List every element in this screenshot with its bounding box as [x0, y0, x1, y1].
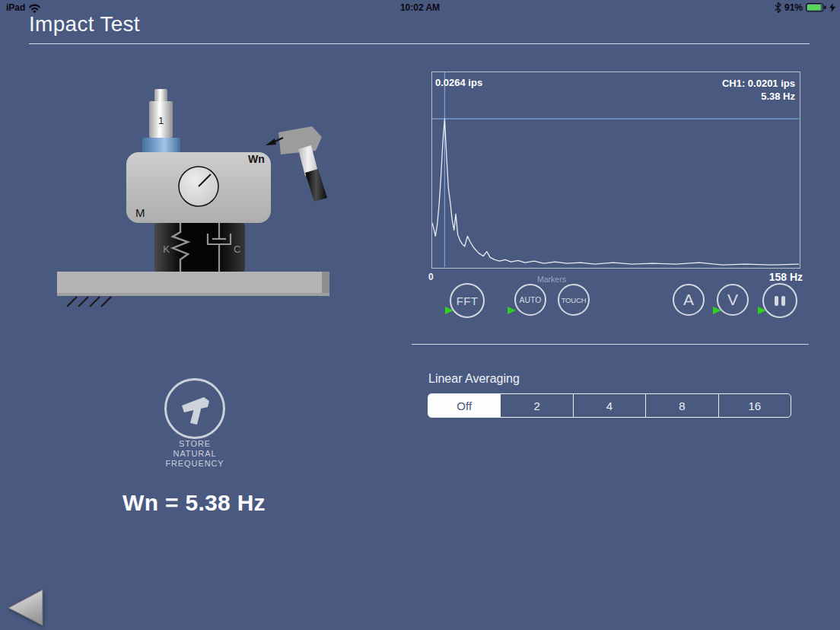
acceleration-button-label: A	[683, 291, 694, 309]
store-label-line1: STORE	[126, 439, 263, 449]
pause-button[interactable]	[762, 283, 797, 318]
spring-label: K	[163, 243, 170, 255]
segment-option-4[interactable]: 4	[574, 394, 646, 417]
section-divider	[412, 344, 809, 345]
markers-group-label: Markers	[525, 275, 578, 284]
marker-frequency-label: 5.38 Hz	[722, 90, 795, 103]
segment-option-8[interactable]: 8	[646, 394, 718, 417]
velocity-units-button[interactable]: V	[717, 284, 749, 316]
machine-illustration: K C 1 M Wn	[46, 72, 350, 316]
natural-frequency-label: Wn	[248, 153, 265, 165]
title-underline	[29, 43, 810, 44]
store-label-line2: NATURAL	[126, 449, 263, 459]
marker-readout: CH1: 0.0201 ips 5.38 Hz	[722, 77, 795, 103]
page-title: Impact Test	[29, 12, 140, 37]
fft-active-indicator-icon	[445, 307, 453, 314]
touch-markers-button[interactable]: TOUCH	[558, 284, 590, 316]
ground-hatching	[67, 297, 111, 307]
store-natural-frequency-button[interactable]	[164, 378, 225, 439]
store-label-line3: FREQUENCY	[126, 459, 263, 469]
y-full-scale-label: 0.0264 ips	[435, 77, 482, 88]
velocity-button-label: V	[727, 291, 738, 309]
base-plate	[57, 272, 329, 296]
sensor-number-label: 1	[158, 115, 164, 126]
status-right: 91%	[775, 2, 835, 13]
auto-markers-button[interactable]: AUTO	[514, 284, 546, 316]
damper-label: C	[234, 243, 240, 255]
back-button[interactable]	[6, 586, 46, 627]
linear-averaging-label: Linear Averaging	[428, 372, 520, 386]
touch-button-label: TOUCH	[562, 296, 587, 304]
battery-percent-label: 91%	[784, 2, 803, 13]
battery-icon	[806, 3, 826, 12]
velocity-active-indicator-icon	[713, 307, 721, 314]
spectrum-trace	[432, 119, 799, 265]
auto-active-indicator-icon	[508, 307, 516, 314]
hammer-illustration	[278, 126, 327, 202]
fft-button[interactable]: FFT	[450, 283, 485, 318]
charging-bolt-icon	[829, 3, 835, 12]
bluetooth-icon	[775, 2, 781, 13]
marker-amplitude-label: CH1: 0.0201 ips	[722, 77, 795, 90]
x-axis-min-label: 0	[428, 272, 434, 282]
linear-averaging-segmented-control: Off24816	[428, 393, 791, 418]
x-axis-max-label: 158 Hz	[769, 271, 803, 283]
segment-option-16[interactable]: 16	[719, 394, 791, 417]
segment-option-off[interactable]: Off	[428, 394, 501, 417]
auto-button-label: AUTO	[520, 295, 542, 304]
acceleration-units-button[interactable]: A	[673, 284, 705, 316]
sensor-mount	[142, 138, 180, 154]
pause-icon	[775, 296, 785, 306]
mass-label: M	[135, 206, 145, 219]
back-arrow-icon	[8, 590, 43, 625]
status-clock: 10:02 AM	[0, 2, 840, 13]
segment-option-2[interactable]: 2	[501, 394, 573, 417]
fft-button-label: FFT	[457, 294, 478, 307]
hammer-icon	[174, 388, 215, 429]
store-button-label: STORE NATURAL FREQUENCY	[126, 439, 263, 469]
pause-active-indicator-icon	[758, 307, 766, 314]
natural-frequency-readout: Wn = 5.38 Hz	[88, 490, 301, 516]
